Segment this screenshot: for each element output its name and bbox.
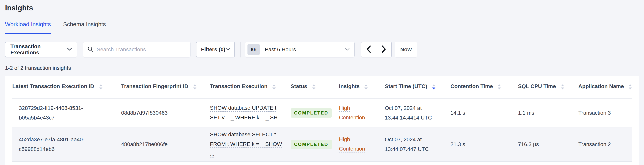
tab-bar: Workload Insights Schema Insights [5,21,640,34]
sql-statement-line[interactable]: SHOW database SELECT * [210,131,276,138]
search-box [83,42,190,57]
insight-line[interactable]: High [339,105,350,112]
start-time-line: Oct 07, 2024 at [385,103,450,113]
contention-time-cell: 21.3 s [450,127,518,161]
column-header-application-name[interactable]: Application Name [578,83,632,92]
table-row: 452da3e7-e7fa-4801-aa40- c59988d14eb6 48… [12,127,632,161]
column-header-contention-time[interactable]: Contention Time [450,83,518,92]
sql-statement-line[interactable]: SET v = _ WHERE k = _ SH... [210,114,282,121]
sort-icon[interactable] [193,84,197,90]
insight-line[interactable]: High [339,136,350,143]
page-title: Insights [5,4,640,12]
insights-page: Insights Workload Insights Schema Insigh… [0,4,644,165]
fingerprint-id: 480a8b217be006fe [121,141,168,147]
column-header-label[interactable]: Latest Transaction Execution ID [12,83,94,92]
execution-id-line: 328729d2-ff19-4408-8531- [19,103,121,113]
caret-right-icon [381,45,386,54]
sort-icon[interactable] [312,84,316,90]
sort-icon[interactable] [272,84,276,90]
column-header-start-time[interactable]: Start Time (UTC) [385,83,450,92]
column-header-label[interactable]: SQL CPU Time [518,83,556,92]
transaction-insights-table: Latest Transaction Execution ID Transact… [12,76,632,161]
tab-schema-insights[interactable]: Schema Insights [63,21,106,34]
high-contention-link[interactable]: High Contention [339,105,385,121]
filters-button[interactable]: Filters (0) [196,42,235,57]
execution-id-line: c59988d14eb6 [19,144,121,154]
fingerprint-id-cell: 480a8b217be006fe [121,127,210,161]
execution-id-line: 452da3e7-e7fa-4801-aa40- [19,135,121,144]
column-header-label[interactable]: Status [290,83,307,92]
start-time-line: Oct 07, 2024 at [385,135,450,144]
execution-type-label: Transaction Executions [10,43,67,56]
caret-left-icon [366,45,371,54]
chevron-down-icon [226,48,230,51]
insights-table-card: Latest Transaction Execution ID Transact… [5,76,640,165]
execution-type-select[interactable]: Transaction Executions [5,42,77,57]
sort-icon[interactable] [628,84,632,90]
column-header-label[interactable]: Contention Time [450,83,493,92]
transaction-execution-link[interactable]: SHOW database UPDATE t SET v = _ WHERE k… [210,105,290,121]
status-badge: COMPLETED [290,140,332,149]
latest-execution-id-cell: 328729d2-ff19-4408-8531- b05a5b4e43c7 [12,99,121,127]
status-cell: COMPLETED [290,127,339,161]
column-header-label[interactable]: Application Name [578,83,624,92]
time-range-arrows [361,42,392,57]
sort-icon[interactable] [498,84,501,90]
results-summary: 1-2 of 2 transaction insights [5,65,640,71]
sort-icon[interactable] [560,84,564,90]
insight-line[interactable]: Contention [339,145,365,152]
time-range-label: Past 6 Hours [265,47,345,53]
search-icon [88,46,94,53]
sql-statement-line[interactable]: ... [210,150,214,157]
time-range-select[interactable]: 6h Past 6 Hours [245,42,354,57]
sort-icon-active-desc[interactable] [432,84,436,90]
latest-execution-id-cell: 452da3e7-e7fa-4801-aa40- c59988d14eb6 [12,127,121,161]
time-range-badge: 6h [248,44,260,55]
insights-cell: High Contention [339,127,385,161]
start-time-line: 13:44:14.4414 UTC [385,113,450,123]
column-header-status[interactable]: Status [290,83,339,92]
column-header-label[interactable]: Start Time (UTC) [385,83,427,92]
time-range-prev-button[interactable] [361,42,376,57]
transaction-execution-link[interactable]: SHOW database SELECT * FROM t WHERE k = … [210,131,290,157]
start-time-line: 13:44:07.447 UTC [385,144,450,154]
column-header-fingerprint-id[interactable]: Transaction Fingerprint ID [121,83,210,92]
transaction-execution-cell: SHOW database UPDATE t SET v = _ WHERE k… [210,99,290,127]
insights-cell: High Contention [339,99,385,127]
search-input[interactable] [97,47,186,53]
start-time-cell: Oct 07, 2024 at 13:44:14.4414 UTC [385,99,450,127]
high-contention-link[interactable]: High Contention [339,136,385,152]
column-header-label[interactable]: Transaction Fingerprint ID [121,83,188,92]
filters-label: Filters (0) [201,47,225,53]
now-button-label: Now [400,47,412,53]
column-header-label[interactable]: Insights [339,83,360,92]
status-cell: COMPLETED [290,99,339,127]
column-header-latest-execution-id[interactable]: Latest Transaction Execution ID [12,83,121,92]
execution-id-line: b05a5b4e43c7 [19,113,121,123]
table-row: 328729d2-ff19-4408-8531- b05a5b4e43c7 08… [12,99,632,127]
transaction-execution-cell: SHOW database SELECT * FROM t WHERE k = … [210,127,290,161]
sql-cpu-time-cell: 1.1 ms [518,99,578,127]
start-time-cell: Oct 07, 2024 at 13:44:07.447 UTC [385,127,450,161]
chevron-down-icon [67,48,72,51]
application-name-cell: Transaction 3 [578,99,632,127]
column-header-transaction-execution[interactable]: Transaction Execution [210,83,290,92]
sort-icon[interactable] [99,84,103,90]
sql-statement-line[interactable]: SHOW database UPDATE t [210,105,276,112]
fingerprint-id-cell: 08d8b7d97f830463 [121,99,210,127]
sql-statement-line[interactable]: FROM t WHERE k = _ SHOW [210,141,282,148]
now-button[interactable]: Now [394,42,417,57]
column-header-label[interactable]: Transaction Execution [210,83,268,92]
chevron-down-icon [345,48,350,51]
status-badge: COMPLETED [290,108,332,118]
contention-time-cell: 14.1 s [450,99,518,127]
time-range-next-button[interactable] [376,42,391,57]
sql-cpu-time-cell: 716.3 µs [518,127,578,161]
insight-line[interactable]: Contention [339,114,365,121]
fingerprint-id: 08d8b7d97f830463 [121,110,168,116]
column-header-sql-cpu-time[interactable]: SQL CPU Time [518,83,578,92]
tab-workload-insights[interactable]: Workload Insights [5,21,51,34]
column-header-insights[interactable]: Insights [339,83,385,92]
sort-icon[interactable] [364,84,368,90]
table-header-row: Latest Transaction Execution ID Transact… [12,76,632,99]
